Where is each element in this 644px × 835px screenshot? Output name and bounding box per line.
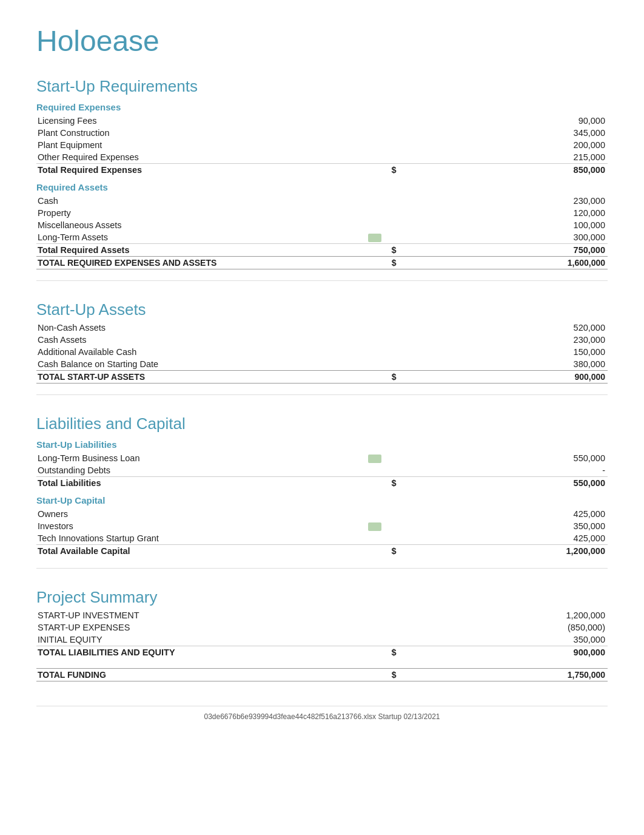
item-value: 350,000 <box>399 634 608 646</box>
total-dollar: $ <box>351 545 398 558</box>
item-value: (850,000) <box>399 621 608 634</box>
item-label: Cash Balance on Starting Date <box>36 358 351 371</box>
list-item: Investors 350,000 <box>36 520 608 532</box>
total-label: Total Liabilities <box>36 477 351 490</box>
item-label: Property <box>36 207 351 219</box>
total-value: 850,000 <box>399 164 608 177</box>
list-item: Long-Term Assets 300,000 <box>36 231 608 244</box>
list-item: Outstanding Debts - <box>36 464 608 477</box>
list-item: Tech Innovations Startup Grant 425,000 <box>36 532 608 545</box>
total-dollar: $ <box>351 244 398 257</box>
total-funding-dollar: $ <box>351 669 398 681</box>
grand-total-dollar: $ <box>351 257 398 269</box>
total-funding-label: TOTAL FUNDING <box>36 669 351 681</box>
item-label: START-UP INVESTMENT <box>36 609 351 621</box>
startup-capital-subsection: Start-Up Capital Owners 425,000 Investor… <box>36 495 608 557</box>
item-label: Cash <box>36 195 351 207</box>
item-value: 230,000 <box>399 334 608 346</box>
list-item: Plant Construction 345,000 <box>36 127 608 139</box>
startup-requirements-title: Start-Up Requirements <box>36 77 608 96</box>
startup-assets-section: Start-Up Assets Non-Cash Assets 520,000 … <box>36 300 608 384</box>
color-indicator <box>368 522 381 531</box>
item-indicator <box>351 115 398 127</box>
item-value: 380,000 <box>399 358 608 371</box>
item-indicator <box>351 520 398 532</box>
total-funding-table: TOTAL FUNDING $ 1,750,000 <box>36 668 608 681</box>
required-expenses-title: Required Expenses <box>36 102 608 112</box>
list-item: Licensing Fees 90,000 <box>36 115 608 127</box>
required-expenses-subsection: Required Expenses Licensing Fees 90,000 … <box>36 102 608 176</box>
total-label: Total Required Assets <box>36 244 351 257</box>
total-dollar: $ <box>351 164 398 177</box>
project-summary-title: Project Summary <box>36 588 608 607</box>
required-expenses-table: Licensing Fees 90,000 Plant Construction… <box>36 115 608 176</box>
startup-assets-table: Non-Cash Assets 520,000 Cash Assets 230,… <box>36 322 608 384</box>
list-item: Cash 230,000 <box>36 195 608 207</box>
footer-text: 03de6676b6e939994d3feae44c482f516a213766… <box>204 712 440 721</box>
total-dollar: $ <box>351 646 398 659</box>
item-label: Additional Available Cash <box>36 346 351 358</box>
item-indicator <box>351 219 398 231</box>
item-indicator <box>351 532 398 545</box>
item-label: Miscellaneous Assets <box>36 219 351 231</box>
total-dollar: $ <box>351 371 398 384</box>
item-indicator <box>351 634 398 646</box>
item-value: 1,200,000 <box>399 609 608 621</box>
total-funding-row: TOTAL FUNDING $ 1,750,000 <box>36 669 608 681</box>
project-summary-section: Project Summary START-UP INVESTMENT 1,20… <box>36 588 608 681</box>
item-label: Owners <box>36 508 351 520</box>
total-row: TOTAL LIABILITIES AND EQUITY $ 900,000 <box>36 646 608 659</box>
total-row: Total Required Expenses $ 850,000 <box>36 164 608 177</box>
item-label: Long-Term Business Loan <box>36 452 351 464</box>
total-row: TOTAL START-UP ASSETS $ 900,000 <box>36 371 608 384</box>
item-label: Outstanding Debts <box>36 464 351 477</box>
item-value: 520,000 <box>399 322 608 334</box>
color-indicator <box>368 234 381 242</box>
list-item: Miscellaneous Assets 100,000 <box>36 219 608 231</box>
item-label: Non-Cash Assets <box>36 322 351 334</box>
total-funding-value: 1,750,000 <box>399 669 608 681</box>
startup-liabilities-table: Long-Term Business Loan 550,000 Outstand… <box>36 452 608 489</box>
item-indicator <box>351 464 398 477</box>
total-label: TOTAL LIABILITIES AND EQUITY <box>36 646 351 659</box>
item-value: 300,000 <box>399 231 608 244</box>
total-dollar: $ <box>351 477 398 490</box>
item-value: 550,000 <box>399 452 608 464</box>
item-value: 150,000 <box>399 346 608 358</box>
item-value: 200,000 <box>399 139 608 151</box>
list-item: Plant Equipment 200,000 <box>36 139 608 151</box>
item-value: 345,000 <box>399 127 608 139</box>
total-value: 550,000 <box>399 477 608 490</box>
list-item: Additional Available Cash 150,000 <box>36 346 608 358</box>
total-row: Total Liabilities $ 550,000 <box>36 477 608 490</box>
list-item: Non-Cash Assets 520,000 <box>36 322 608 334</box>
total-label: TOTAL START-UP ASSETS <box>36 371 351 384</box>
item-value: 100,000 <box>399 219 608 231</box>
item-label: Plant Equipment <box>36 139 351 151</box>
startup-requirements-section: Start-Up Requirements Required Expenses … <box>36 77 608 269</box>
grand-total-label: TOTAL REQUIRED EXPENSES AND ASSETS <box>36 257 351 269</box>
required-assets-table: Cash 230,000 Property 120,000 Miscellane… <box>36 195 608 269</box>
item-label: Long-Term Assets <box>36 231 351 244</box>
item-value: - <box>399 464 608 477</box>
item-label: Plant Construction <box>36 127 351 139</box>
liabilities-capital-section: Liabilities and Capital Start-Up Liabili… <box>36 414 608 557</box>
item-value: 215,000 <box>399 151 608 164</box>
total-value: 1,200,000 <box>399 545 608 558</box>
item-value: 230,000 <box>399 195 608 207</box>
item-label: Tech Innovations Startup Grant <box>36 532 351 545</box>
total-row: Total Available Capital $ 1,200,000 <box>36 545 608 558</box>
item-indicator <box>351 452 398 464</box>
section-divider <box>36 568 608 569</box>
list-item: START-UP EXPENSES (850,000) <box>36 621 608 634</box>
item-indicator <box>351 195 398 207</box>
footer: 03de6676b6e939994d3feae44c482f516a213766… <box>36 706 608 721</box>
liabilities-capital-title: Liabilities and Capital <box>36 414 608 433</box>
item-label: Licensing Fees <box>36 115 351 127</box>
total-value: 750,000 <box>399 244 608 257</box>
list-item: START-UP INVESTMENT 1,200,000 <box>36 609 608 621</box>
item-value: 120,000 <box>399 207 608 219</box>
item-indicator <box>351 207 398 219</box>
item-value: 425,000 <box>399 508 608 520</box>
item-value: 425,000 <box>399 532 608 545</box>
